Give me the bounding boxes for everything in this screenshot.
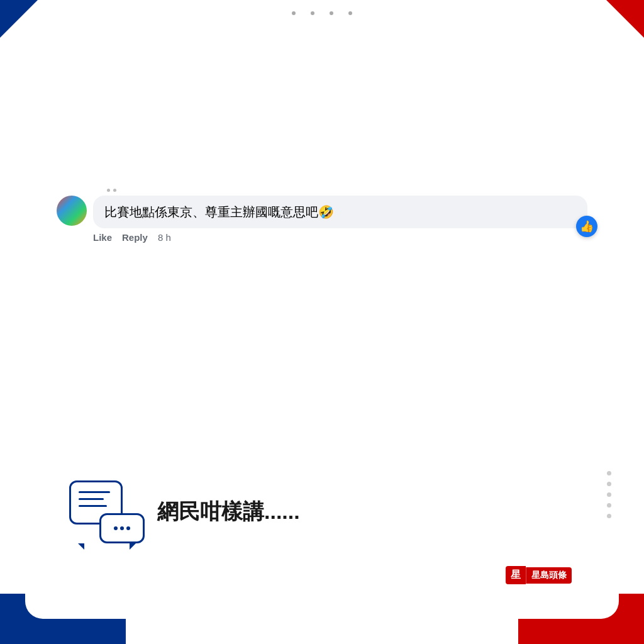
top-dot-3 (330, 11, 333, 15)
reply-button[interactable]: Reply (122, 232, 148, 243)
top-dot-4 (348, 11, 352, 15)
like-reaction-icon[interactable]: 👍 (576, 216, 597, 237)
singtao-name: 星島頭條 (526, 567, 572, 584)
right-dot-5 (607, 514, 611, 518)
dot-1 (107, 189, 110, 192)
chat-lines (79, 491, 110, 507)
comment-bubble: 比賽地點係東京、尊重主辦國嘅意思吧🤣 👍 (93, 196, 587, 228)
comment-dots-above (107, 189, 587, 192)
top-dot-2 (311, 11, 314, 15)
right-dot-4 (607, 503, 611, 508)
like-button[interactable]: Like (93, 232, 112, 243)
top-dot-1 (292, 11, 296, 15)
comment-row: 比賽地點係東京、尊重主辦國嘅意思吧🤣 👍 (57, 196, 587, 228)
main-card: 比賽地點係東京、尊重主辦國嘅意思吧🤣 👍 Like Reply 8 h (25, 25, 619, 619)
right-dots (607, 471, 611, 518)
bubble-dot-2 (120, 526, 124, 530)
comment-text: 比賽地點係東京、尊重主辦國嘅意思吧🤣 (104, 205, 334, 219)
chat-line-3 (79, 505, 107, 507)
chat-front-tail (130, 543, 136, 550)
avatar (57, 196, 87, 226)
singtao-icon: 星 (506, 566, 526, 584)
chat-icon (69, 480, 145, 543)
bubble-dot-3 (126, 526, 130, 530)
comment-actions: Like Reply 8 h (93, 232, 587, 243)
dot-2 (113, 189, 116, 192)
right-dot-3 (607, 492, 611, 497)
bubble-dot-1 (114, 526, 118, 530)
right-dot-2 (607, 482, 611, 486)
comment-section: 比賽地點係東京、尊重主辦國嘅意思吧🤣 👍 Like Reply 8 h (57, 189, 587, 243)
singtao-logo: 星 星島頭條 (506, 566, 572, 584)
chat-back-tail (78, 543, 84, 550)
chat-line-2 (79, 498, 104, 500)
top-dots (292, 11, 352, 15)
bottom-headline: 網民咁樣講...... (157, 497, 300, 526)
chat-bubble-front (99, 513, 145, 543)
right-dot-1 (607, 471, 611, 475)
bottom-section: 網民咁樣講...... (69, 480, 575, 543)
chat-line-1 (79, 491, 110, 493)
comment-time: 8 h (158, 232, 171, 243)
